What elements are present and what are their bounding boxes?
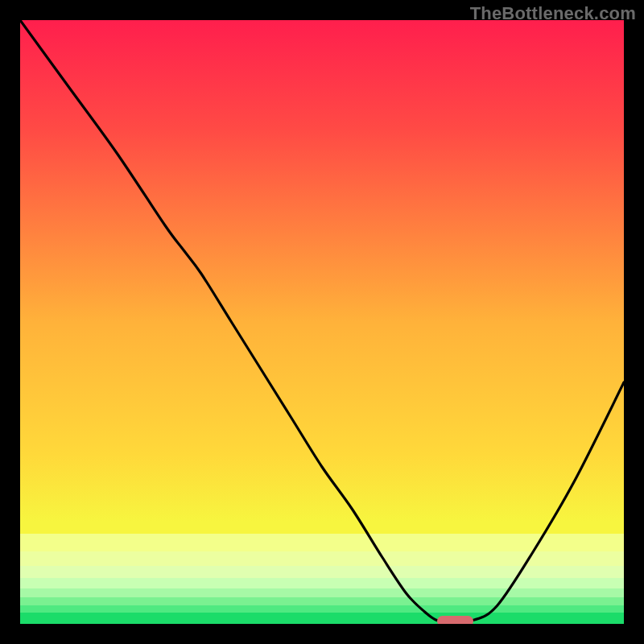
bottleneck-curve-svg (20, 20, 624, 624)
bottleneck-curve-line (20, 20, 624, 621)
chart-frame: TheBottleneck.com (0, 0, 644, 644)
plot-area (20, 20, 624, 624)
optimal-point-marker (437, 616, 473, 624)
watermark-text: TheBottleneck.com (470, 3, 636, 24)
